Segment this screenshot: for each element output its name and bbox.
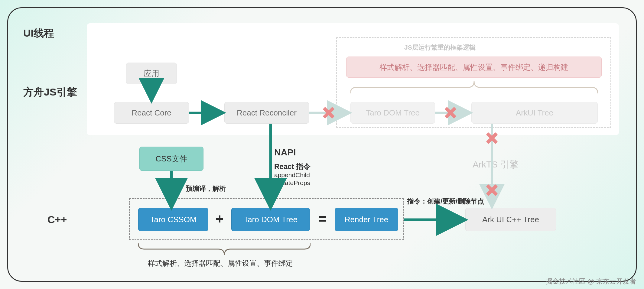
taro-dom-tree-faded-box: Taro DOM Tree (350, 102, 435, 124)
ui-thread-label: UI线程 (23, 26, 54, 40)
precompile-label: 预编译，解析 (186, 184, 226, 193)
cpp-label: C++ (47, 214, 67, 226)
react-core-label: React Core (132, 108, 171, 118)
x-icon (323, 107, 335, 119)
render-tree-box: Render Tree (335, 208, 398, 231)
arkui-tree-box: ArkUI Tree (471, 102, 598, 124)
bottom-brace-icon (138, 242, 311, 257)
append-child-label: appendChild (274, 171, 310, 179)
equals-symbol: = (318, 211, 327, 227)
ark-ui-cpp-label: Ark UI C++ Tree (482, 215, 539, 224)
update-props-label: updateProps (274, 179, 310, 187)
js-heavy-title: JS层运行繁重的框架逻辑 (404, 43, 476, 52)
react-core-box: React Core (114, 102, 189, 124)
render-tree-label: Render Tree (345, 215, 389, 224)
napi-label: NAPI (274, 147, 296, 157)
instr-nodes-label: 指令：创建/更新/删除节点 (407, 197, 484, 206)
pink-ops-label: 样式解析、选择器匹配、属性设置、事件绑定、递归构建 (379, 62, 568, 72)
bottom-brace-text: 样式解析、选择器匹配、属性设置、事件绑定 (148, 258, 293, 268)
taro-cssom-box: Taro CSSOM (138, 208, 208, 231)
app-box-label: 应用 (144, 68, 159, 79)
ark-js-engine-label: 方舟JS引擎 (23, 85, 77, 99)
pink-ops-box: 样式解析、选择器匹配、属性设置、事件绑定、递归构建 (346, 57, 602, 78)
app-box: 应用 (126, 63, 177, 84)
taro-cssom-label: Taro CSSOM (150, 215, 196, 224)
react-reconciler-box: React Reconciler (224, 102, 309, 124)
x-icon (486, 184, 498, 196)
watermark: 掘金技术社区 @ 京东云开发者 (546, 277, 636, 286)
x-icon (444, 107, 457, 119)
plus-symbol: + (216, 211, 224, 227)
css-file-box: CSS文件 (139, 147, 203, 171)
ark-ui-cpp-box: Ark UI C++ Tree (465, 208, 556, 231)
arkts-engine-label: ArkTS 引擎 (473, 158, 519, 171)
taro-dom-tree-label: Taro DOM Tree (244, 215, 298, 224)
ellipsis-label: … (274, 187, 281, 194)
react-reconciler-label: React Reconciler (237, 108, 297, 118)
react-instr-label: React 指令 (274, 162, 311, 171)
diagram-frame: UI线程 方舟JS引擎 C++ 应用 React Core React Reco… (7, 7, 637, 282)
taro-dom-tree-faded-label: Taro DOM Tree (366, 108, 420, 118)
css-file-label: CSS文件 (155, 154, 187, 164)
taro-dom-tree-box: Taro DOM Tree (231, 208, 310, 231)
arkui-tree-label: ArkUI Tree (516, 108, 553, 118)
x-icon (486, 132, 498, 144)
top-brace-icon (350, 81, 598, 94)
